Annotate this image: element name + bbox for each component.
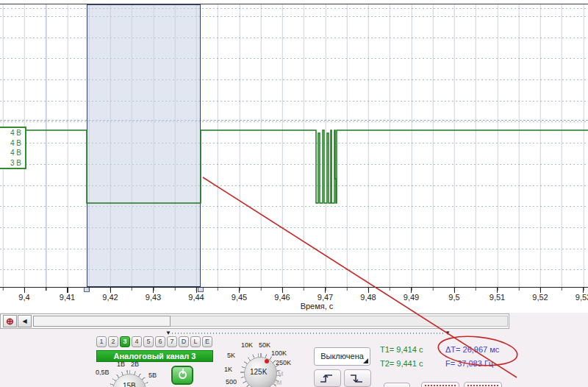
x-tick-label: 9,43 xyxy=(146,293,161,302)
sweep-dial-label: 10K xyxy=(241,341,253,349)
channel-range-label: 0,5В xyxy=(96,369,110,376)
t1-value: T1= 9,414 с xyxy=(380,345,423,354)
channel-range-label: 1В xyxy=(117,361,125,368)
x-tick-label: 9,44 xyxy=(188,293,204,302)
x-tick-label: 9,53 xyxy=(576,293,588,302)
sync-mode-value: Выключена xyxy=(320,352,364,361)
x-axis-title: Время, с xyxy=(301,302,334,310)
slider-marker-right-icon[interactable]: ▼ xyxy=(445,330,451,337)
delta-t-value: ΔT= 26,967 мс xyxy=(445,345,499,354)
sweep-dial-label: 500 xyxy=(226,378,237,386)
plot-scrollbar[interactable]: ⊕ ◀ xyxy=(0,313,509,329)
sweep-knob-pointer xyxy=(265,359,269,363)
dropdown-corner-icon xyxy=(363,358,368,363)
x-tick-label: 9,48 xyxy=(360,293,376,302)
scrollbar-thumb[interactable] xyxy=(33,316,171,327)
channel-button-7[interactable]: 7 xyxy=(167,336,177,347)
falling-edge-icon xyxy=(345,370,370,386)
scroll-left-button[interactable]: ◀ xyxy=(18,315,32,327)
x-tick-label: 9,5 xyxy=(448,293,459,302)
x-tick-label: 9,52 xyxy=(532,293,548,302)
channel-power-button[interactable] xyxy=(171,366,193,385)
legend-entry: 4 В xyxy=(0,148,25,158)
control-button-3-detail xyxy=(467,385,498,386)
falling-edge-button[interactable] xyxy=(344,369,371,387)
power-icon-bar xyxy=(182,369,184,374)
channel-range-label: 5В xyxy=(148,372,157,379)
channel-header: Аналоговый канал 3 xyxy=(96,350,213,362)
legend-entry: 4 В xyxy=(0,138,25,149)
rising-edge-icon xyxy=(315,370,340,386)
channel-range-label: 2В xyxy=(131,361,139,368)
frequency-value: F= 37,083 Гц xyxy=(445,359,493,368)
sweep-knob-value: 125K xyxy=(250,368,267,376)
sweep-dial-label: 50K xyxy=(259,341,270,349)
x-tick-label: 9,46 xyxy=(274,293,290,302)
left-arrow-icon: ◀ xyxy=(22,318,26,324)
add-marker-button[interactable]: ⊕ xyxy=(3,315,17,327)
slider-dotted-track xyxy=(172,333,444,334)
channel-button-D[interactable]: D xyxy=(179,336,189,347)
sync-mode-dropdown[interactable]: Выключена xyxy=(314,347,370,366)
sweep-dial-label: 250K xyxy=(276,359,291,366)
x-tick-label: 9,45 xyxy=(232,293,247,302)
circled-plus-icon: ⊕ xyxy=(6,316,14,327)
channel-button-4[interactable]: 4 xyxy=(132,336,142,347)
x-tick-label: 9,42 xyxy=(102,293,118,302)
sweep-dial-label: 5K xyxy=(227,352,235,359)
control-button-2-detail xyxy=(425,385,456,386)
x-tick-label: 9,41 xyxy=(60,293,75,302)
channel-button-L[interactable]: L xyxy=(190,336,201,347)
rising-edge-button[interactable] xyxy=(314,369,341,387)
x-tick-label: 9,47 xyxy=(318,293,333,302)
channel-button-3[interactable]: 3 xyxy=(120,336,130,347)
t2-value: T2= 9,441 с xyxy=(380,359,423,368)
channel-button-1[interactable]: 1 xyxy=(96,336,107,347)
channel-button-5[interactable]: 5 xyxy=(143,336,154,347)
x-tick-label: 9,51 xyxy=(490,293,505,302)
channel-legend-box: 4 В4 В4 В3 В xyxy=(0,127,26,169)
channel-knob-value: 15В xyxy=(123,382,136,387)
legend-entry: 3 В xyxy=(0,158,25,168)
control-button-1[interactable] xyxy=(384,383,410,387)
legend-entry: 4 В xyxy=(0,128,25,138)
sweep-dial-label: 100K xyxy=(271,349,287,357)
x-tick-label: 9,4 xyxy=(18,293,29,302)
channel-button-6[interactable]: 6 xyxy=(155,336,165,347)
signal-trace xyxy=(0,0,588,313)
x-tick-label: 9,49 xyxy=(404,293,419,302)
control-button-2[interactable] xyxy=(421,382,459,387)
x-axis-major-ticks xyxy=(0,288,588,293)
sweep-dial-label: 1K xyxy=(224,366,232,373)
channel-button-E[interactable]: E xyxy=(202,336,212,347)
oscilloscope-plot[interactable]: 4 В4 В4 В3 В 9,49,419,429,439,449,459,46… xyxy=(0,0,588,313)
channel-button-2[interactable]: 2 xyxy=(108,336,118,347)
control-button-3[interactable] xyxy=(464,382,502,387)
